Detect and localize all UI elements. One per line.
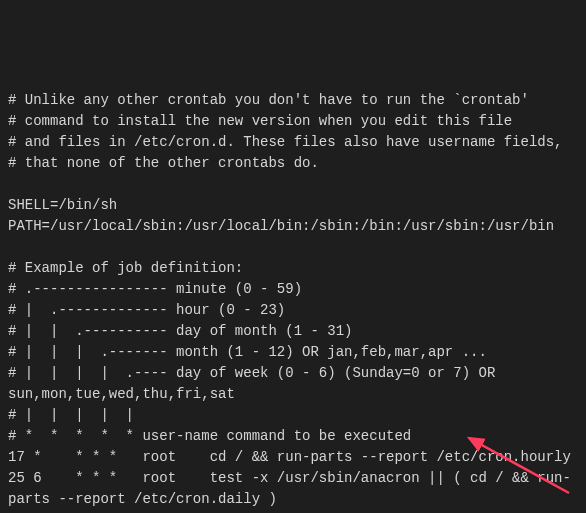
comment-line: # .---------------- minute (0 - 59)	[8, 281, 302, 297]
comment-line: # | | | | |	[8, 407, 134, 423]
comment-line: # * * * * * user-name command to be exec…	[8, 428, 411, 444]
crontab-file-content[interactable]: # Unlike any other crontab you don't hav…	[8, 90, 578, 513]
shell-var-line: SHELL=/bin/sh	[8, 197, 117, 213]
comment-line: # Unlike any other crontab you don't hav…	[8, 92, 529, 108]
comment-line: # | | .---------- day of month (1 - 31)	[8, 323, 352, 339]
cron-entry-daily: 25 6 * * * root test -x /usr/sbin/anacro…	[8, 470, 571, 507]
comment-line: # Example of job definition:	[8, 260, 243, 276]
path-var-line: PATH=/usr/local/sbin:/usr/local/bin:/sbi…	[8, 218, 554, 234]
comment-line: # command to install the new version whe…	[8, 113, 512, 129]
comment-line: # | | | .------- month (1 - 12) OR jan,f…	[8, 344, 487, 360]
comment-line: # | .------------- hour (0 - 23)	[8, 302, 285, 318]
comment-line: # that none of the other crontabs do.	[8, 155, 319, 171]
comment-line: # and files in /etc/cron.d. These files …	[8, 134, 563, 150]
cron-entry-hourly: 17 * * * * root cd / && run-parts --repo…	[8, 449, 571, 465]
comment-line: # | | | | .---- day of week (0 - 6) (Sun…	[8, 365, 504, 402]
